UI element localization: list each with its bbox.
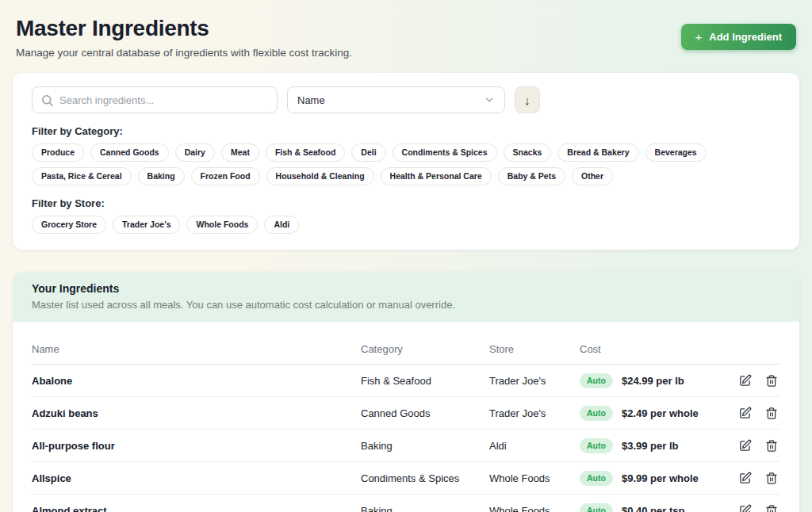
auto-badge: Auto	[580, 373, 613, 388]
ingredient-category: Condiments & Spices	[361, 472, 489, 484]
edit-button[interactable]	[738, 472, 752, 485]
store-chip[interactable]: Trader Joe's	[113, 216, 180, 234]
ingredient-cost-cell: Auto $0.40 per tsp	[580, 503, 780, 512]
category-chip[interactable]: Other	[572, 167, 613, 185]
row-actions	[738, 504, 780, 512]
ingredients-subtitle: Master list used across all meals. You c…	[32, 299, 780, 311]
edit-button[interactable]	[738, 504, 752, 512]
ingredient-cost-cell: Auto $3.99 per lb	[580, 438, 780, 453]
ingredient-store: Trader Joe's	[489, 375, 580, 387]
category-chip[interactable]: Frozen Food	[191, 167, 260, 185]
page-title: Master Ingredients	[16, 16, 352, 41]
table-body: Abalone Fish & Seafood Trader Joe's Auto…	[32, 365, 780, 512]
trash-icon	[765, 374, 778, 388]
column-header-name: Name	[32, 343, 361, 355]
edit-button[interactable]	[738, 374, 752, 388]
category-chip[interactable]: Baby & Pets	[498, 167, 565, 185]
cost-group: Auto $0.40 per tsp	[580, 503, 684, 512]
search-input[interactable]	[59, 87, 277, 113]
category-chip[interactable]: Fish & Seafood	[266, 143, 345, 162]
category-chip[interactable]: Canned Goods	[90, 143, 169, 162]
category-chip[interactable]: Bread & Bakery	[557, 143, 638, 162]
edit-icon	[738, 407, 752, 420]
category-chip[interactable]: Dairy	[175, 143, 215, 162]
ingredient-store: Aldi	[489, 440, 580, 452]
auto-badge: Auto	[580, 503, 613, 512]
category-chip[interactable]: Baking	[138, 167, 185, 185]
ingredient-cost-cell: Auto $9.99 per whole	[580, 471, 780, 486]
store-chip-list: Grocery Store Trader Joe's Whole Foods A…	[32, 216, 769, 234]
ingredient-name: Allspice	[32, 472, 361, 484]
plus-icon: +	[695, 31, 703, 43]
column-header-category: Category	[361, 343, 489, 355]
ingredient-price: $24.99 per lb	[622, 375, 684, 387]
category-chip[interactable]: Pasta, Rice & Cereal	[32, 167, 132, 185]
edit-icon	[738, 472, 752, 485]
ingredients-header: Your Ingredients Master list used across…	[13, 272, 799, 322]
ingredients-card: Your Ingredients Master list used across…	[13, 272, 799, 512]
delete-button[interactable]	[765, 504, 778, 512]
category-chip[interactable]: Deli	[351, 143, 385, 162]
delete-button[interactable]	[765, 472, 778, 485]
category-chip[interactable]: Snacks	[504, 143, 552, 162]
store-chip[interactable]: Grocery Store	[32, 216, 106, 234]
auto-badge: Auto	[580, 471, 613, 486]
table-row: Almond extract Baking Whole Foods Auto $…	[32, 495, 780, 512]
ingredient-price: $9.99 per whole	[622, 472, 699, 484]
table-row: Allspice Condiments & Spices Whole Foods…	[32, 462, 780, 495]
ingredient-category: Baking	[361, 440, 489, 452]
table-row: All-purpose flour Baking Aldi Auto $3.99…	[32, 430, 780, 462]
filter-store-label: Filter by Store:	[32, 197, 780, 209]
cost-group: Auto $2.49 per whole	[580, 406, 699, 421]
ingredients-table: Name Category Store Cost Abalone Fish & …	[13, 322, 799, 512]
edit-button[interactable]	[738, 407, 752, 420]
category-chip[interactable]: Produce	[32, 143, 84, 162]
trash-icon	[765, 439, 778, 453]
sort-select-value: Name	[297, 94, 325, 106]
auto-badge: Auto	[580, 438, 613, 453]
table-row: Adzuki beans Canned Goods Trader Joe's A…	[32, 397, 780, 430]
delete-button[interactable]	[765, 374, 778, 388]
ingredient-price: $0.40 per tsp	[622, 505, 685, 512]
category-chip[interactable]: Household & Cleaning	[266, 167, 374, 185]
filter-category-label: Filter by Category:	[32, 125, 780, 137]
category-chip[interactable]: Condiments & Spices	[393, 143, 497, 162]
ingredient-name: Almond extract	[32, 505, 361, 512]
ingredient-category: Canned Goods	[361, 407, 489, 419]
store-chip[interactable]: Aldi	[264, 216, 299, 234]
page-header-text: Master Ingredients Manage your central d…	[16, 16, 352, 59]
category-chip[interactable]: Health & Personal Care	[381, 167, 492, 185]
sort-select[interactable]: Name	[287, 86, 505, 113]
edit-icon	[738, 504, 752, 512]
search-row: Name ↓	[32, 86, 780, 113]
ingredient-price: $3.99 per lb	[622, 440, 679, 452]
ingredient-name: Adzuki beans	[32, 407, 361, 419]
ingredient-cost-cell: Auto $2.49 per whole	[580, 406, 780, 421]
sort-direction-button[interactable]: ↓	[515, 86, 540, 113]
column-header-cost: Cost	[580, 343, 780, 355]
column-header-store: Store	[489, 343, 580, 355]
cost-group: Auto $3.99 per lb	[580, 438, 678, 453]
ingredient-name: All-purpose flour	[32, 440, 361, 452]
row-actions	[738, 439, 780, 453]
category-chip[interactable]: Meat	[221, 143, 259, 162]
chevron-down-icon	[484, 94, 495, 105]
ingredient-store: Whole Foods	[489, 505, 580, 512]
table-header-row: Name Category Store Cost	[32, 322, 780, 365]
ingredient-store: Trader Joe's	[489, 407, 580, 419]
ingredient-category: Fish & Seafood	[361, 375, 489, 387]
row-actions	[738, 407, 780, 420]
arrow-down-icon: ↓	[524, 94, 530, 106]
search-box	[32, 86, 278, 113]
ingredient-name: Abalone	[32, 375, 361, 387]
category-chip[interactable]: Beverages	[645, 143, 707, 162]
edit-button[interactable]	[738, 439, 752, 453]
store-chip[interactable]: Whole Foods	[186, 216, 258, 234]
page-header: Master Ingredients Manage your central d…	[0, 0, 812, 67]
delete-button[interactable]	[765, 439, 778, 453]
trash-icon	[765, 504, 778, 512]
delete-button[interactable]	[765, 407, 778, 420]
auto-badge: Auto	[580, 406, 613, 421]
add-ingredient-button[interactable]: + Add Ingredient	[681, 24, 796, 50]
page-subtitle: Manage your central database of ingredie…	[16, 47, 352, 59]
